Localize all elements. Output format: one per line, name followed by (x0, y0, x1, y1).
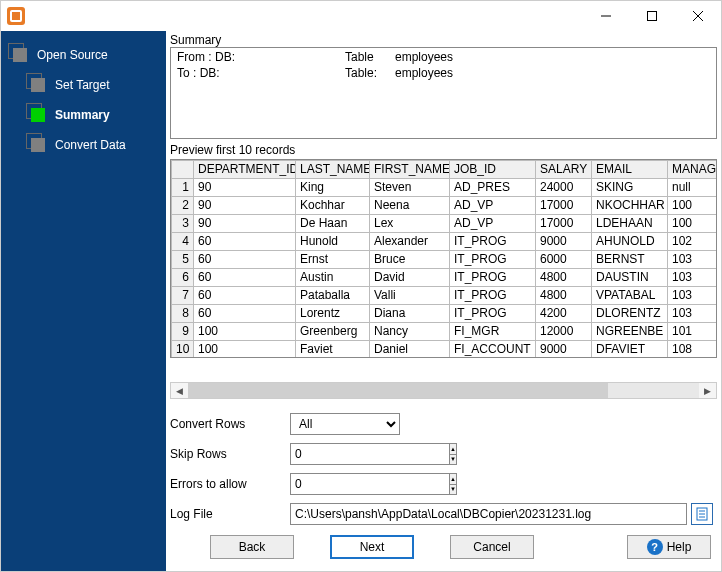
cell: 60 (194, 250, 296, 268)
errors-allow-spinner[interactable]: ▲▼ (290, 473, 400, 495)
to-table-label: Table: (345, 66, 395, 82)
help-button[interactable]: ? Help (627, 535, 711, 559)
row-number-cell: 1 (172, 178, 194, 196)
cell: AD_VP (450, 196, 536, 214)
cell: IT_PROG (450, 304, 536, 322)
button-label: Cancel (473, 540, 510, 554)
cell: 100 (194, 322, 296, 340)
table-row[interactable]: 660AustinDavidIT_PROG4800DAUSTIN103 (172, 268, 718, 286)
spin-down-icon[interactable]: ▼ (450, 485, 456, 495)
cancel-button[interactable]: Cancel (450, 535, 534, 559)
cell: IT_PROG (450, 268, 536, 286)
app-icon (7, 7, 25, 25)
scroll-thumb[interactable] (188, 383, 608, 398)
cell: David (370, 268, 450, 286)
cell: Daniel (370, 340, 450, 358)
sidebar-item-convert-data[interactable]: Convert Data (1, 135, 166, 155)
step-marker-icon (31, 78, 45, 92)
wizard-sidebar: Open Source Set Target Summary Convert D… (1, 31, 166, 571)
sidebar-item-label: Open Source (37, 48, 108, 62)
log-file-input[interactable] (290, 503, 687, 525)
row-number-cell: 7 (172, 286, 194, 304)
cell: Valli (370, 286, 450, 304)
minimize-button[interactable] (583, 1, 629, 31)
log-file-label: Log File (170, 507, 290, 521)
cell: Steven (370, 178, 450, 196)
table-row[interactable]: 460HunoldAlexanderIT_PROG9000AHUNOLD102 (172, 232, 718, 250)
cell: 101 (668, 322, 718, 340)
table-row[interactable]: 290KochharNeenaAD_VP17000NKOCHHAR100 (172, 196, 718, 214)
sidebar-item-open-source[interactable]: Open Source (1, 45, 166, 65)
preview-table[interactable]: DEPARTMENT_ID LAST_NAME FIRST_NAME JOB_I… (170, 159, 717, 358)
cell: 60 (194, 268, 296, 286)
cell: VPATABAL (592, 286, 668, 304)
cell: LDEHAAN (592, 214, 668, 232)
convert-rows-select[interactable]: All (290, 413, 400, 435)
back-button[interactable]: Back (210, 535, 294, 559)
column-header[interactable]: EMAIL (592, 160, 668, 178)
scroll-track[interactable] (188, 383, 699, 398)
table-row[interactable]: 390De HaanLexAD_VP17000LDEHAAN100 (172, 214, 718, 232)
cell: AHUNOLD (592, 232, 668, 250)
table-row[interactable]: 10100FavietDanielFI_ACCOUNT9000DFAVIET10… (172, 340, 718, 358)
skip-rows-input[interactable] (290, 443, 449, 465)
cell: Pataballa (296, 286, 370, 304)
row-number-cell: 3 (172, 214, 194, 232)
cell: IT_PROG (450, 250, 536, 268)
step-marker-icon (31, 138, 45, 152)
cell: 60 (194, 232, 296, 250)
column-header[interactable]: LAST_NAME (296, 160, 370, 178)
table-row[interactable]: 860LorentzDianaIT_PROG4200DLORENTZ103 (172, 304, 718, 322)
cell: NKOCHHAR (592, 196, 668, 214)
table-row[interactable]: 560ErnstBruceIT_PROG6000BERNST103 (172, 250, 718, 268)
cell: 12000 (536, 322, 592, 340)
cell: Lex (370, 214, 450, 232)
cell: 17000 (536, 214, 592, 232)
sidebar-item-summary[interactable]: Summary (1, 105, 166, 125)
maximize-button[interactable] (629, 1, 675, 31)
sidebar-item-set-target[interactable]: Set Target (1, 75, 166, 95)
cell: Greenberg (296, 322, 370, 340)
cell: Ernst (296, 250, 370, 268)
row-number-cell: 6 (172, 268, 194, 286)
cell: AD_PRES (450, 178, 536, 196)
scroll-right-icon[interactable]: ▶ (699, 383, 716, 398)
column-header[interactable]: FIRST_NAME (370, 160, 450, 178)
browse-log-button[interactable] (691, 503, 713, 525)
row-number-cell: 5 (172, 250, 194, 268)
skip-rows-spinner[interactable]: ▲▼ (290, 443, 400, 465)
cell: NGREENBE (592, 322, 668, 340)
errors-allow-label: Errors to allow (170, 477, 290, 491)
cell: 90 (194, 214, 296, 232)
cell: 90 (194, 196, 296, 214)
column-header[interactable]: JOB_ID (450, 160, 536, 178)
scroll-left-icon[interactable]: ◀ (171, 383, 188, 398)
spin-up-icon[interactable]: ▲ (450, 474, 456, 485)
column-header[interactable]: SALARY (536, 160, 592, 178)
row-number-cell: 8 (172, 304, 194, 322)
cell: DAUSTIN (592, 268, 668, 286)
cell: FI_ACCOUNT (450, 340, 536, 358)
errors-allow-input[interactable] (290, 473, 449, 495)
spin-down-icon[interactable]: ▼ (450, 455, 456, 465)
table-row[interactable]: 760PataballaValliIT_PROG4800VPATABAL103 (172, 286, 718, 304)
row-number-cell: 2 (172, 196, 194, 214)
next-button[interactable]: Next (330, 535, 414, 559)
cell: 60 (194, 304, 296, 322)
cell: 17000 (536, 196, 592, 214)
column-header[interactable]: DEPARTMENT_ID (194, 160, 296, 178)
table-row[interactable]: 9100GreenbergNancyFI_MGR12000NGREENBE101 (172, 322, 718, 340)
table-row[interactable]: 190KingStevenAD_PRES24000SKINGnull (172, 178, 718, 196)
summary-box: From : DB: Table employees To : DB: Tabl… (170, 47, 717, 139)
horizontal-scrollbar[interactable]: ◀ ▶ (170, 382, 717, 399)
spin-up-icon[interactable]: ▲ (450, 444, 456, 455)
table-header-row: DEPARTMENT_ID LAST_NAME FIRST_NAME JOB_I… (172, 160, 718, 178)
convert-rows-label: Convert Rows (170, 417, 290, 431)
cell: Diana (370, 304, 450, 322)
close-button[interactable] (675, 1, 721, 31)
column-header[interactable]: MANAG (668, 160, 718, 178)
cell: 4800 (536, 286, 592, 304)
cell: 6000 (536, 250, 592, 268)
row-number-cell: 9 (172, 322, 194, 340)
cell: Nancy (370, 322, 450, 340)
